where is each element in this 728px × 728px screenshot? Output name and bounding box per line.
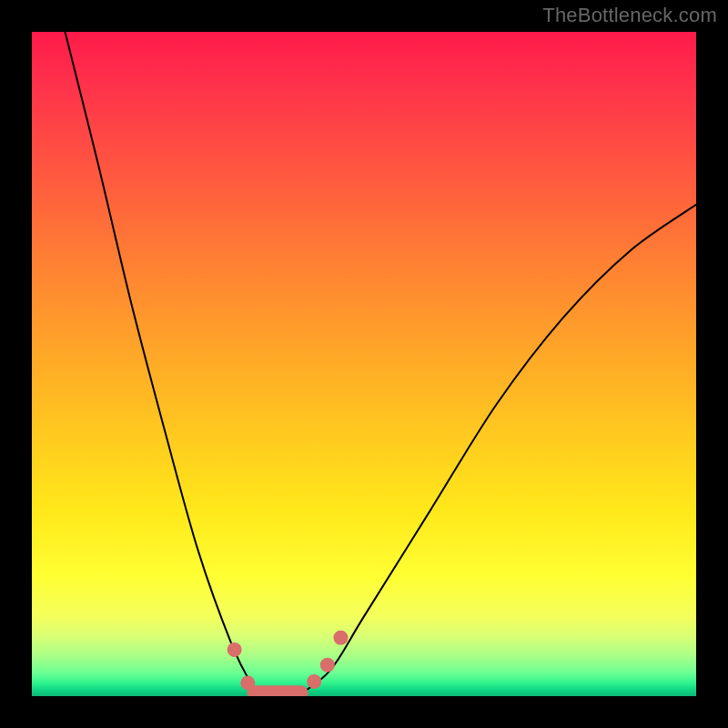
- watermark-text: TheBottleneck.com: [542, 4, 717, 27]
- right-curve: [298, 205, 696, 696]
- data-point-marker: [320, 658, 335, 672]
- data-point-marker: [240, 675, 255, 690]
- curve-layer: [32, 32, 696, 696]
- data-point-marker: [333, 631, 348, 645]
- plot-area: [32, 32, 696, 696]
- data-markers: [228, 631, 349, 691]
- left-curve: [66, 32, 265, 696]
- chart-frame: TheBottleneck.com: [0, 0, 728, 728]
- data-point-marker: [228, 642, 242, 657]
- data-point-marker: [307, 674, 321, 689]
